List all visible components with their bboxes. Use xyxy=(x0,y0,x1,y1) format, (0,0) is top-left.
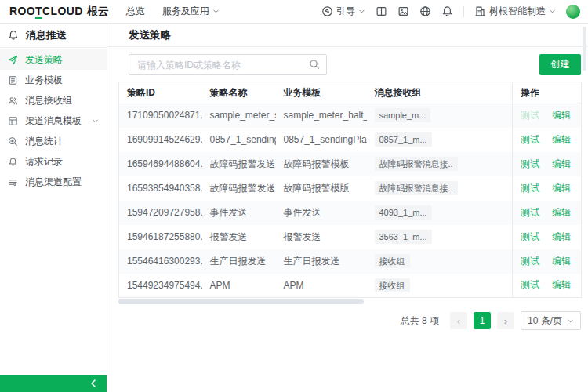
table-zone: 策略ID 策略名称 业务模板 消息接收组 操作 17109050024871..… xyxy=(107,82,588,304)
chevron-down-icon xyxy=(92,118,99,125)
create-button[interactable]: 创建 xyxy=(539,54,581,75)
page-title: 发送策略 xyxy=(129,28,171,42)
table-row: 15947209727958... 事件发送 事件发送 4093_1_m... … xyxy=(119,201,582,225)
sidebar-collapse-button[interactable] xyxy=(0,375,107,392)
edit-link[interactable]: 编辑 xyxy=(552,158,571,169)
col-strategy-name: 策略名称 xyxy=(202,82,276,103)
receive-group-tag: 接收组 xyxy=(375,254,410,268)
cell-actions: 测试 编辑 xyxy=(513,249,582,274)
table-row: 15946187255880... 报警发送 报警发送 3563_1_m... … xyxy=(119,225,582,249)
test-link[interactable]: 测试 xyxy=(521,207,539,218)
col-business-template: 业务模板 xyxy=(276,82,367,103)
test-link[interactable]: 测试 xyxy=(521,231,539,242)
sidebar-title: 消息推送 xyxy=(0,24,107,48)
sidebar-item-6[interactable]: 请求记录 xyxy=(0,151,107,172)
cell-strategy-id: 15449234975494... xyxy=(119,274,202,298)
pagination-next-button[interactable]: › xyxy=(497,312,514,329)
sidebar-item-4[interactable]: 渠道消息模板 xyxy=(0,111,107,131)
chevron-left-icon xyxy=(90,379,96,387)
edit-link[interactable]: 编辑 xyxy=(552,134,571,145)
table-row: 16909914524629... 0857_1_sendingP... 085… xyxy=(119,128,582,152)
cell-strategy-id: 15546416300293... xyxy=(119,249,202,274)
pagination-prev-button[interactable]: ‹ xyxy=(450,312,467,329)
col-actions: 操作 xyxy=(513,82,582,103)
logo-text: ROOTCLOUD xyxy=(9,5,83,17)
template-doc-icon xyxy=(8,75,18,85)
table-body: 17109050024871... sample_meter_se... sam… xyxy=(119,103,582,298)
nav-overview[interactable]: 总览 xyxy=(126,5,145,18)
cell-actions: 测试 编辑 xyxy=(513,225,582,249)
cell-strategy-name: 报警发送 xyxy=(202,225,276,249)
search-icon[interactable] xyxy=(309,59,320,70)
cell-strategy-name: 生产日报发送 xyxy=(202,249,276,274)
sidebar-item-7[interactable]: 消息渠道配置 xyxy=(0,172,107,192)
edit-link[interactable]: 编辑 xyxy=(552,207,571,218)
request-record-icon xyxy=(8,157,18,167)
cell-strategy-name: sample_meter_se... xyxy=(202,103,276,128)
receive-group-tag: 故障码报警消息接.. xyxy=(375,181,458,195)
pagination-page-1[interactable]: 1 xyxy=(474,312,491,329)
guide-button[interactable]: 引导 xyxy=(321,5,365,18)
cell-strategy-id: 16594694488604... xyxy=(119,152,202,176)
cell-receive-group: 接收组 xyxy=(367,249,513,274)
docs-panel-icon[interactable] xyxy=(376,5,387,17)
cell-strategy-name: APM xyxy=(202,274,276,298)
globe-icon[interactable] xyxy=(419,5,431,17)
test-link[interactable]: 测试 xyxy=(521,183,539,194)
sidebar-item-label: 消息接收组 xyxy=(25,94,72,107)
test-link[interactable]: 测试 xyxy=(521,158,539,169)
cell-business-template: 0857_1_sendingPlan xyxy=(276,128,367,152)
col-strategy-id: 策略ID xyxy=(119,82,202,103)
edit-link[interactable]: 编辑 xyxy=(552,183,571,194)
screenshot-icon[interactable] xyxy=(397,5,409,17)
cell-actions: 测试 编辑 xyxy=(513,176,582,201)
cell-receive-group: sample_m... xyxy=(367,103,513,128)
message-stats-icon xyxy=(8,136,18,147)
receive-group-tag: sample_m... xyxy=(375,108,431,122)
user-avatar[interactable] xyxy=(566,5,580,19)
sidebar-item-2[interactable]: 业务模板 xyxy=(0,70,107,90)
sidebar-item-label: 发送策略 xyxy=(25,53,63,67)
cell-receive-group: 故障码报警消息接.. xyxy=(367,152,513,176)
receive-group-tag: 3563_1_m... xyxy=(375,230,432,244)
test-link[interactable]: 测试 xyxy=(521,256,539,267)
rootcloud-logo[interactable]: ROOTCLOUD 根云 xyxy=(9,5,109,19)
tenant-switcher[interactable]: 树根智能制造 xyxy=(474,5,556,18)
cell-business-template: 故障码报警模版 xyxy=(276,176,367,201)
edit-link[interactable]: 编辑 xyxy=(552,279,571,290)
chevron-down-icon xyxy=(212,8,220,15)
sidebar-item-1[interactable]: 发送策略 xyxy=(0,49,107,70)
sidebar-item-3[interactable]: 消息接收组 xyxy=(0,90,107,111)
divider xyxy=(463,6,464,17)
sidebar-item-5[interactable]: 消息统计 xyxy=(0,131,107,151)
table-row: 16594694488604... 故障码报警发送... 故障码报警模板 故障码… xyxy=(119,152,582,176)
search-box xyxy=(129,54,327,75)
nav-services-apps[interactable]: 服务及应用 xyxy=(162,5,220,18)
cell-strategy-name: 故障码报警发送... xyxy=(202,152,276,176)
test-link[interactable]: 测试 xyxy=(521,110,539,121)
receive-group-tag: 4093_1_m... xyxy=(375,205,432,220)
cell-strategy-id: 15947209727958... xyxy=(119,201,202,225)
edit-link[interactable]: 编辑 xyxy=(552,231,571,242)
test-link[interactable]: 测试 xyxy=(521,279,539,290)
search-input[interactable] xyxy=(129,54,327,75)
paper-plane-icon xyxy=(8,55,18,65)
edit-link[interactable]: 编辑 xyxy=(552,256,571,267)
cell-receive-group: 0857_1_m... xyxy=(367,128,513,152)
page-size-select[interactable]: 10 条/页 xyxy=(521,311,581,330)
sidebar-item-label: 消息统计 xyxy=(25,135,63,148)
cell-receive-group: 3563_1_m... xyxy=(367,225,513,249)
notification-bell-icon[interactable] xyxy=(441,5,453,17)
test-link[interactable]: 测试 xyxy=(521,134,539,145)
user-group-icon xyxy=(8,96,18,106)
receive-group-tag: 0857_1_m... xyxy=(375,132,432,147)
guide-icon xyxy=(321,5,333,17)
table-row: 16593854940358... 故障码报警发送... 故障码报警模版 故障码… xyxy=(119,176,582,201)
pagination: 总共 8 项 ‹ 1 › 10 条/页 xyxy=(107,304,588,330)
edit-link[interactable]: 编辑 xyxy=(552,110,571,121)
col-receive-group: 消息接收组 xyxy=(367,82,513,103)
vertical-scrollbar-thumb[interactable] xyxy=(583,27,586,71)
logo-cn-text: 根云 xyxy=(87,5,109,19)
cell-actions: 测试 编辑 xyxy=(513,274,582,298)
cell-strategy-id: 17109050024871... xyxy=(119,103,202,128)
